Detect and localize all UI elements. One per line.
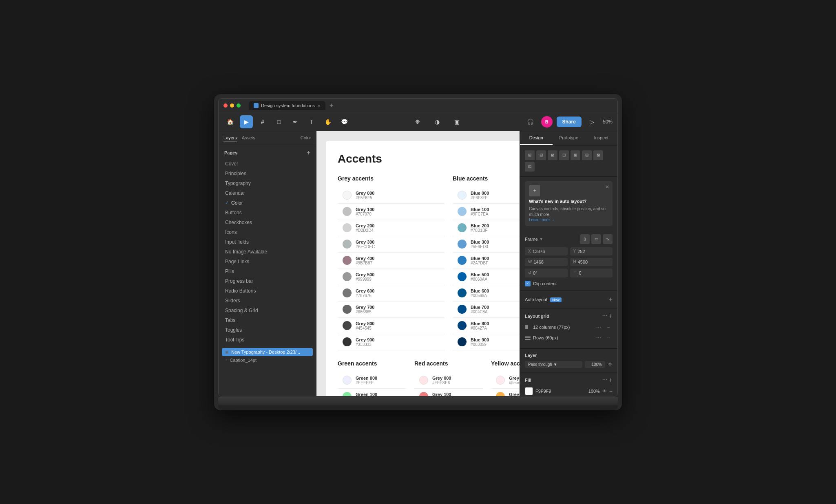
present-btn[interactable]: ▷ (586, 115, 599, 128)
distribute-h-btn[interactable]: ⊠ (593, 150, 603, 160)
fullscreen-window-btn[interactable] (237, 103, 241, 108)
close-window-btn[interactable] (223, 103, 228, 108)
distribute-v-btn[interactable]: ⊡ (525, 162, 535, 172)
assets-tab[interactable]: Assets (242, 134, 255, 141)
page-item-calendar[interactable]: Calendar (222, 188, 313, 198)
pen-tool-btn[interactable]: ✒ (289, 115, 302, 128)
opacity-field[interactable]: 100% (585, 361, 605, 368)
right-panel: Design Prototype Inspect ⊞ ⊟ ⊠ ⊡ ⊞ ⊟ ⊠ ⊡ (520, 131, 617, 396)
canvas-content: Accents Grey accents Grey 000#F5F6F5 Gre… (326, 141, 520, 396)
add-grid-btn[interactable]: + (609, 313, 613, 320)
banner-close-btn[interactable]: ✕ (605, 184, 609, 190)
page-item-tabs[interactable]: Tabs (222, 315, 313, 325)
layer-visibility-btn[interactable]: 👁 (608, 361, 613, 367)
theme-btn[interactable]: ◑ (431, 115, 444, 128)
columns-settings-btn[interactable]: ⋯ (595, 323, 603, 331)
add-autolayout-btn[interactable]: + (609, 296, 613, 303)
page-item-no-image[interactable]: No Image Available (222, 247, 313, 257)
fill-settings-btn[interactable]: ⋯ (602, 376, 607, 384)
rotation-field[interactable]: ↺ 0° (525, 269, 568, 277)
home-btn[interactable]: 🏠 (223, 115, 237, 128)
blend-mode-select[interactable]: Pass through ▼ (525, 361, 582, 368)
corner-field[interactable]: ⌒ 0 (570, 269, 613, 277)
align-bottom-btn[interactable]: ⊟ (582, 150, 592, 160)
minimize-window-btn[interactable] (230, 103, 234, 108)
banner-link[interactable]: Learn more → (529, 218, 608, 222)
color-swatch (458, 256, 467, 265)
fill-visibility-btn[interactable]: 👁 (602, 389, 607, 394)
share-button[interactable]: Share (557, 117, 582, 127)
page-item-page-links[interactable]: Page Links (222, 257, 313, 266)
page-item-checkboxes[interactable]: Checkboxes (222, 218, 313, 227)
tab-close-btn[interactable]: ✕ (317, 103, 321, 108)
y-field[interactable]: Y 252 (570, 247, 613, 255)
fill-hex[interactable]: F9F9F9 (535, 389, 581, 394)
layer-item-caption[interactable]: T Caption_14pt (222, 356, 313, 364)
h-field[interactable]: H 4500 (570, 258, 613, 266)
page-item-radio-buttons[interactable]: Radio Buttons (222, 286, 313, 296)
preview-btn[interactable]: ▣ (450, 115, 463, 128)
text-tool-btn[interactable]: T (305, 115, 318, 128)
rows-settings-btn[interactable]: ⋯ (595, 334, 603, 342)
frame-resize-btn[interactable]: ⤡ (603, 234, 613, 244)
remove-fill-btn[interactable]: − (609, 388, 613, 394)
frame-landscape-btn[interactable]: ▭ (591, 234, 601, 244)
page-item-progress-bar[interactable]: Progress bar (222, 276, 313, 286)
page-item-spacing-grid[interactable]: Spacing & Grid (222, 306, 313, 315)
tab-prototype[interactable]: Prototype (553, 131, 585, 145)
layer-label: Layer (525, 353, 537, 358)
tab-inspect[interactable]: Inspect (585, 131, 617, 145)
color-swatch (343, 191, 352, 200)
align-top-btn[interactable]: ⊡ (559, 150, 569, 160)
color-swatch (343, 376, 352, 385)
align-left-btn[interactable]: ⊞ (525, 150, 535, 160)
list-item: Blue 200#70B1BF (453, 220, 520, 236)
page-item-cover[interactable]: Cover (222, 159, 313, 169)
x-field[interactable]: X 13876 (525, 247, 568, 255)
new-tab-btn[interactable]: + (327, 102, 336, 109)
page-item-typography[interactable]: Typography (222, 178, 313, 188)
color-tab[interactable]: Color (301, 135, 311, 140)
frame-portrait-btn[interactable]: ▯ (580, 234, 590, 244)
page-item-color[interactable]: ✓Color (222, 198, 313, 208)
page-item-buttons[interactable]: Buttons (222, 208, 313, 218)
components-btn[interactable]: ❋ (411, 115, 424, 128)
shape-tool-btn[interactable]: □ (272, 115, 285, 128)
align-tools: ⊞ ⊟ ⊠ ⊡ ⊞ ⊟ ⊠ ⊡ (525, 150, 613, 172)
w-field[interactable]: W 1468 (525, 258, 568, 266)
active-tab[interactable]: Design system foundations ✕ (249, 101, 325, 110)
page-item-principles[interactable]: Principles (222, 169, 313, 178)
comment-tool-btn[interactable]: 💬 (338, 115, 351, 128)
tab-design[interactable]: Design (520, 131, 553, 145)
rows-remove-btn[interactable]: − (604, 334, 613, 342)
layer-item-new-typography[interactable]: ▣ New Typography - Desktop 2/23/... (222, 348, 313, 356)
hand-tool-btn[interactable]: ✋ (321, 115, 334, 128)
select-tool-btn[interactable]: ▶ (240, 115, 253, 128)
user-avatar[interactable]: B (541, 116, 553, 128)
layout-grid-settings-btn[interactable]: ⋯ (602, 313, 607, 320)
add-page-btn[interactable]: + (307, 149, 310, 156)
frame-tool-btn[interactable]: # (256, 115, 269, 128)
toolbar-center: ❋ ◑ ▣ (356, 115, 519, 128)
align-center-h-btn[interactable]: ⊞ (571, 150, 580, 160)
clip-content-checkbox[interactable]: ✓ (525, 281, 531, 286)
rows-row: Rows (60px) ⋯ − (525, 334, 613, 342)
fill-swatch[interactable] (525, 387, 533, 395)
page-item-tooltips[interactable]: Tool Tips (222, 335, 313, 345)
align-center-v-btn[interactable]: ⊟ (536, 150, 546, 160)
main-canvas[interactable]: Accents Grey accents Grey 000#F5F6F5 Gre… (316, 131, 520, 396)
page-item-sliders[interactable]: Sliders (222, 296, 313, 306)
fill-opacity[interactable]: 100% (584, 389, 600, 394)
page-item-icons[interactable]: Icons (222, 227, 313, 237)
page-item-pills[interactable]: Pills (222, 266, 313, 276)
page-item-toggles[interactable]: Toggles (222, 325, 313, 335)
page-item-input-fields[interactable]: Input fields (222, 237, 313, 247)
layers-tab[interactable]: Layers (223, 134, 237, 141)
headphones-btn[interactable]: 🎧 (524, 115, 537, 128)
add-fill-btn[interactable]: + (609, 376, 613, 384)
align-right-btn[interactable]: ⊠ (548, 150, 557, 160)
window-controls[interactable] (223, 103, 241, 108)
layout-grid-section: Layout grid ⋯ + 12 columns (77px) ⋯ (520, 308, 617, 349)
zoom-level[interactable]: 50% (603, 119, 613, 125)
columns-remove-btn[interactable]: − (604, 323, 613, 331)
